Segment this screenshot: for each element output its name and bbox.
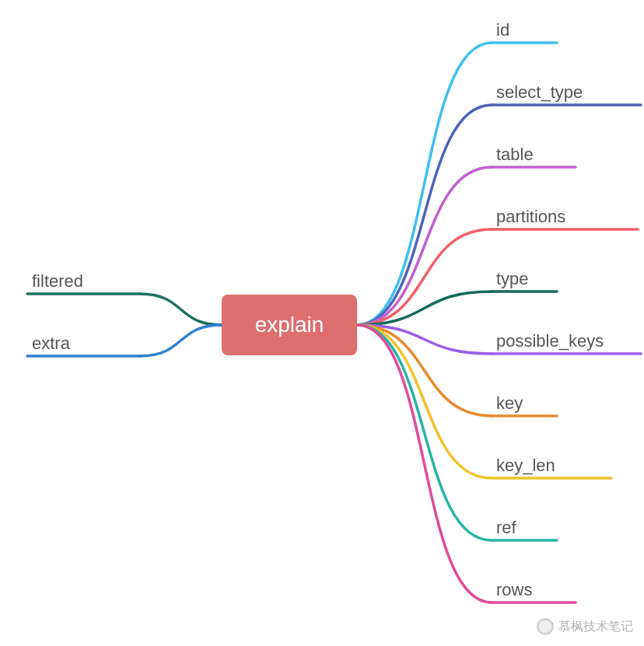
- wechat-icon: [537, 618, 554, 635]
- node-ref[interactable]: ref: [496, 519, 516, 536]
- node-possible-keys[interactable]: possible_keys: [496, 333, 604, 350]
- root-node-explain[interactable]: explain: [222, 295, 357, 355]
- node-extra[interactable]: extra: [32, 335, 70, 352]
- node-select-type[interactable]: select_type: [496, 84, 583, 101]
- watermark-text: 慕枫技术笔记: [558, 619, 633, 635]
- node-key-len[interactable]: key_len: [496, 457, 555, 474]
- watermark: 慕枫技术笔记: [537, 618, 633, 635]
- node-id[interactable]: id: [496, 22, 509, 39]
- node-key[interactable]: key: [496, 395, 523, 412]
- node-table[interactable]: table: [496, 146, 534, 163]
- node-type[interactable]: type: [496, 271, 529, 288]
- node-rows[interactable]: rows: [496, 581, 532, 599]
- node-filtered[interactable]: filtered: [32, 273, 83, 290]
- node-partitions[interactable]: partitions: [496, 208, 565, 225]
